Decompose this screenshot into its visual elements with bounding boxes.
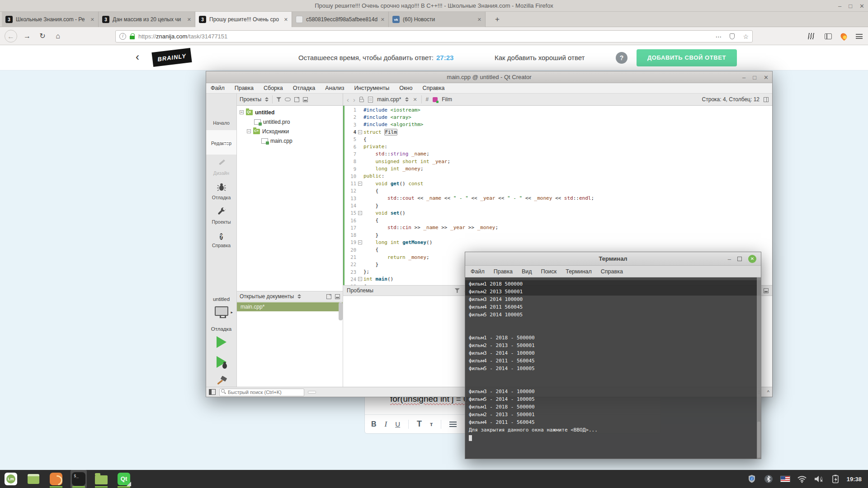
output-pane-tab[interactable] <box>327 391 334 393</box>
split-pane-icon[interactable] <box>294 97 299 102</box>
collapse-pane-icon[interactable] <box>764 288 769 293</box>
tray-volume-muted-icon[interactable] <box>813 474 824 484</box>
minimize-icon[interactable]: – <box>838 3 841 9</box>
pane-selector-icon[interactable] <box>297 294 301 299</box>
document-dropdown[interactable]: main.cpp* <box>377 96 401 103</box>
output-pane-tab[interactable] <box>354 391 361 393</box>
taskbar-app-terminal[interactable]: $_ <box>71 470 87 488</box>
browser-tab[interactable]: 3 Прошу решите!!! Очень сро ✕ <box>195 12 292 27</box>
italic-button[interactable]: I <box>385 420 387 429</box>
menu-item[interactable]: Терминал <box>566 268 592 275</box>
fold-marker-icon[interactable]: − <box>358 240 362 244</box>
project-tree-row[interactable]: − Исходники <box>237 127 343 136</box>
mode-item-проекты[interactable]: Проекты <box>206 203 236 228</box>
code-line[interactable]: 5{ <box>344 136 772 143</box>
menu-item[interactable]: Сборка <box>264 85 283 91</box>
tab-close-icon[interactable]: ✕ <box>477 17 481 23</box>
terminal-titlebar[interactable]: Терминал – ✕ <box>465 252 761 266</box>
kit-selector[interactable]: ▸ <box>206 306 236 316</box>
sidebars-icon[interactable] <box>825 33 832 39</box>
firefox-titlebar[interactable]: Прошу решите!!! Очень срочно надо!!! В C… <box>0 0 868 12</box>
code-line[interactable]: 8 unsigned short int _year; <box>344 158 772 165</box>
maximize-output-icon[interactable]: ^ <box>767 389 769 395</box>
close-icon[interactable]: ✕ <box>859 3 864 9</box>
taskbar-app-firefox[interactable] <box>48 470 64 488</box>
menu-item[interactable]: Окно <box>399 85 412 91</box>
tree-expander[interactable] <box>247 120 251 124</box>
terminal-body[interactable]: фильм1 2018 500000фильм2 2013 500001филь… <box>465 277 761 459</box>
page-back-chevron[interactable]: ‹ <box>136 51 139 63</box>
code-line[interactable]: 15− void set() <box>344 209 772 216</box>
menu-item[interactable]: Вид <box>522 268 532 275</box>
document-selector-icon[interactable] <box>405 97 409 102</box>
code-line[interactable]: 2#include <array> <box>344 113 772 121</box>
brainly-logo[interactable]: BRAINLY <box>151 48 192 67</box>
go-back-icon[interactable]: ‹ <box>347 96 349 103</box>
open-documents-header[interactable]: Открытые документы <box>237 291 343 302</box>
clock[interactable]: 19:38 <box>847 476 863 483</box>
list-button-icon[interactable] <box>449 422 457 427</box>
debug-run-button[interactable] <box>206 356 236 368</box>
taskbar-app-mint-menu[interactable]: Lm <box>3 470 19 488</box>
code-line[interactable]: 17 std::cin >> _name >> _year >> _money; <box>344 224 772 231</box>
sync-with-editor-icon[interactable] <box>285 98 291 101</box>
filter-icon[interactable] <box>455 288 460 293</box>
flame-addon-icon[interactable] <box>840 32 849 41</box>
taskbar-app-qt-creator[interactable]: Qt <box>116 470 132 488</box>
tray-network-wifi-icon[interactable] <box>797 474 807 484</box>
browser-tab[interactable]: c580819ecc8f98a5afbee814d6bb ✕ <box>292 12 389 27</box>
pocket-shield-icon[interactable] <box>730 33 735 39</box>
menu-item[interactable]: Справка <box>422 85 444 91</box>
fold-marker-icon[interactable]: − <box>358 211 362 215</box>
pane-selector-icon[interactable] <box>265 97 269 102</box>
home-button[interactable]: ⌂ <box>52 30 64 42</box>
tree-expander[interactable] <box>254 139 258 143</box>
scrollbar-thumb[interactable] <box>339 302 343 320</box>
mode-item-отладка[interactable]: Отладка <box>206 179 236 203</box>
run-button[interactable] <box>206 336 236 348</box>
menu-item[interactable]: Файл <box>211 85 225 91</box>
menu-item[interactable]: Отладка <box>293 85 315 91</box>
new-tab-button[interactable]: + <box>491 14 504 25</box>
site-info-icon[interactable]: i <box>119 33 126 40</box>
split-editor-icon[interactable] <box>764 97 769 102</box>
text-large-button[interactable]: T <box>417 419 422 429</box>
open-document-item[interactable]: main.cpp* <box>237 302 343 311</box>
fold-marker-icon[interactable]: − <box>358 182 362 186</box>
qtcreator-titlebar[interactable]: main.cpp @ untitled - Qt Creator – □ ✕ <box>206 71 772 83</box>
reload-button[interactable]: ↻ <box>36 30 49 42</box>
project-tree-row[interactable]: − untitled <box>237 108 343 117</box>
menu-hamburger-icon[interactable] <box>856 34 863 39</box>
close-icon[interactable]: ✕ <box>748 255 756 263</box>
go-forward-icon[interactable]: › <box>353 96 355 103</box>
code-line[interactable]: 6private: <box>344 143 772 150</box>
code-line[interactable]: 16 { <box>344 216 772 224</box>
tab-close-icon[interactable]: ✕ <box>90 17 94 23</box>
taskbar-app-files[interactable] <box>93 470 109 488</box>
code-line[interactable]: 3#include <algorithm> <box>344 121 772 128</box>
output-pane-tab[interactable] <box>318 391 325 393</box>
browser-tab[interactable]: 3 Дан массив из 20 целых чи ✕ <box>99 12 195 27</box>
minimize-icon[interactable]: – <box>742 74 745 81</box>
output-pane-tab[interactable] <box>336 391 343 393</box>
code-line[interactable]: 11− void get() const <box>344 180 772 187</box>
back-button[interactable]: ← <box>5 30 17 42</box>
output-pane-tab[interactable] <box>345 391 352 393</box>
filter-icon[interactable] <box>276 97 281 102</box>
page-actions-icon[interactable]: ⋯ <box>715 33 722 40</box>
underline-button[interactable]: U <box>395 420 400 428</box>
project-tree-row[interactable]: untitled.pro <box>237 117 343 127</box>
close-document-icon[interactable]: ✕ <box>413 97 417 103</box>
tray-power-icon[interactable] <box>830 474 841 484</box>
restore-icon[interactable]: □ <box>849 3 852 9</box>
close-icon[interactable]: ✕ <box>764 74 769 81</box>
menu-item[interactable]: Поиск <box>541 268 557 275</box>
code-line[interactable]: 14 } <box>344 202 772 209</box>
maximize-icon[interactable] <box>737 257 742 261</box>
restore-icon[interactable]: □ <box>753 74 756 81</box>
minimize-icon[interactable]: – <box>728 256 731 263</box>
split-pane-icon[interactable] <box>326 294 331 299</box>
help-link[interactable]: Как добавить хороший ответ <box>495 45 585 70</box>
menu-item[interactable]: Правка <box>235 85 254 91</box>
menu-item[interactable]: Анализ <box>325 85 344 91</box>
